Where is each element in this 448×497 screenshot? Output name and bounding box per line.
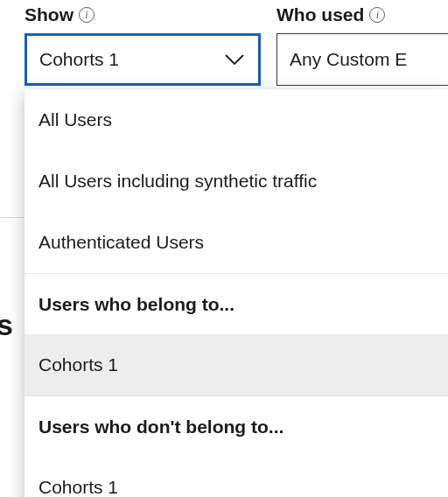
dropdown-option-cohorts-1[interactable]: Cohorts 1 [24,334,448,396]
who-used-select-value: Any Custom E [290,49,407,70]
show-select-value: Cohorts 1 [39,49,119,70]
who-used-select[interactable]: Any Custom E [276,33,448,86]
dropdown-item-label: All Users [38,109,112,130]
show-select[interactable]: Cohorts 1 [24,33,261,86]
truncated-text: s [0,308,13,342]
who-used-label: Who used [276,4,364,25]
chevron-down-icon [225,53,244,66]
info-icon[interactable]: i [79,7,94,23]
dropdown-option-cohorts-1-exclude[interactable]: Cohorts 1 [24,457,448,497]
show-dropdown: All Users All Users including synthetic … [24,89,448,497]
dropdown-header-not-belong: Users who don't belong to... [24,396,448,457]
dropdown-item-label: Authenticated Users [38,232,204,253]
dropdown-option-all-users-synthetic[interactable]: All Users including synthetic traffic [24,150,448,212]
dropdown-item-label: Cohorts 1 [38,354,118,375]
info-icon[interactable]: i [369,7,385,23]
dropdown-option-authenticated-users[interactable]: Authenticated Users [24,212,448,273]
dropdown-item-label: Cohorts 1 [38,477,118,497]
dropdown-item-label: Users who belong to... [38,294,234,315]
dropdown-item-label: All Users including synthetic traffic [38,171,317,192]
show-label: Show [24,4,74,25]
dropdown-header-belong: Users who belong to... [24,273,448,334]
dropdown-item-label: Users who don't belong to... [38,416,284,438]
dropdown-option-all-users[interactable]: All Users [24,89,448,150]
